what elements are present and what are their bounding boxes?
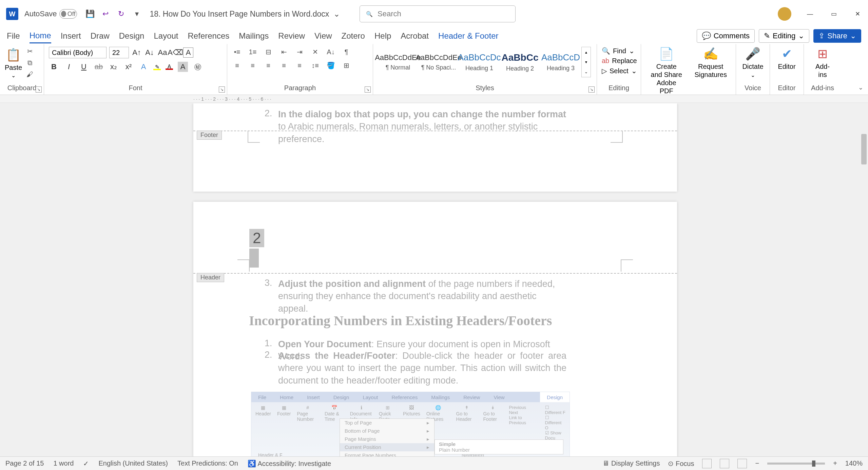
horizontal-ruler[interactable]: · · · 1 · · · 2 · · · 3 · · · 4 · · · 5 … <box>0 95 868 103</box>
subscript-button[interactable]: x₂ <box>109 62 119 72</box>
align-center-button[interactable]: ≡ <box>248 60 258 71</box>
tab-acrobat[interactable]: Acrobat <box>401 29 429 43</box>
status-page[interactable]: Page 2 of 15 <box>5 459 44 467</box>
find-button[interactable]: 🔍Find⌄ <box>602 47 636 55</box>
shrink-font-icon[interactable]: A↓ <box>144 47 155 58</box>
multilevel-list-button[interactable]: ⊟ <box>263 47 273 57</box>
justify-button[interactable]: ≡ <box>279 60 289 71</box>
strikethrough-button[interactable]: ab <box>94 62 104 72</box>
numbering-button[interactable]: 1≡ <box>248 47 258 57</box>
page-number-field[interactable]: 2 <box>249 229 264 247</box>
style-heading3[interactable]: AaBbCcD Heading 3 <box>541 47 581 77</box>
style-heading2[interactable]: AaBbCc Heading 2 <box>500 47 540 77</box>
paste-button[interactable]: 📋 Paste ⌄ <box>5 47 22 79</box>
phonetic-icon[interactable]: A <box>183 47 193 58</box>
autosave-control[interactable]: AutoSave Off <box>24 9 77 19</box>
copy-icon[interactable]: ⧉ <box>25 58 34 67</box>
heading-text[interactable]: Incorporating Numbers in Existing Header… <box>249 312 552 330</box>
share-button[interactable]: ⇪ Share ⌄ <box>813 29 861 43</box>
clipboard-dialog-launcher[interactable]: ↘ <box>36 86 42 93</box>
decrease-indent-button[interactable]: ⇤ <box>279 47 289 57</box>
zoom-out-button[interactable]: − <box>755 459 759 467</box>
scrollbar-thumb[interactable] <box>861 134 867 164</box>
font-color-button[interactable]: A <box>166 64 173 70</box>
display-settings-button[interactable]: 🖥 Display Settings <box>602 459 660 467</box>
body-text[interactable]: Adjust the position and alignment of the… <box>278 278 566 315</box>
footer-tab[interactable]: Footer <box>197 131 222 140</box>
cut-icon[interactable]: ✂ <box>25 47 34 56</box>
font-size-select[interactable] <box>109 47 129 58</box>
borders-button[interactable]: ⊞ <box>341 60 351 71</box>
styles-dialog-launcher[interactable]: ↘ <box>589 86 595 93</box>
print-layout-icon[interactable] <box>720 459 729 468</box>
styles-gallery[interactable]: AaBbCcDdEe ¶ Normal AaBbCcDdEe ¶ No Spac… <box>378 47 592 77</box>
status-accessibility[interactable]: ♿ Accessibility: Investigate <box>248 459 331 468</box>
search-box[interactable]: 🔍 <box>360 5 516 22</box>
maximize-icon[interactable]: ▭ <box>829 9 839 19</box>
shading-button[interactable]: 🪣 <box>326 60 336 71</box>
tab-help[interactable]: Help <box>374 29 391 43</box>
search-input[interactable] <box>378 9 509 18</box>
dictate-button[interactable]: 🎤 Dictate ⌄ <box>741 47 765 78</box>
highlight-button[interactable]: ✎ <box>153 64 161 70</box>
document-title[interactable]: 18. How Do You Insert Page Numbers in Wo… <box>150 9 340 19</box>
comments-button[interactable]: 💬 Comments <box>697 29 755 43</box>
paragraph-dialog-launcher[interactable]: ↘ <box>365 86 371 93</box>
format-painter-icon[interactable]: 🖌 <box>25 70 34 79</box>
tab-mailings[interactable]: Mailings <box>239 29 269 43</box>
enclose-characters-button[interactable]: ㊙ <box>193 62 203 72</box>
request-signatures-button[interactable]: ✍ Request Signatures <box>690 47 731 79</box>
replace-button[interactable]: abReplace <box>602 57 636 65</box>
qat-customize-icon[interactable]: ▾ <box>132 9 141 19</box>
sort-button[interactable]: A↓ <box>326 47 336 57</box>
align-right-button[interactable]: ≡ <box>263 60 273 71</box>
focus-mode-button[interactable]: ⊙ Focus <box>668 459 694 468</box>
style-normal[interactable]: AaBbCcDdEe ¶ Normal <box>378 47 418 77</box>
collapse-ribbon-icon[interactable]: ⌄ <box>858 84 863 91</box>
tab-references[interactable]: References <box>188 29 230 43</box>
tab-home[interactable]: Home <box>30 29 51 43</box>
vertical-scrollbar[interactable] <box>859 103 868 456</box>
tab-header-footer[interactable]: Header & Footer <box>438 29 498 43</box>
show-marks-button[interactable]: ¶ <box>341 47 351 57</box>
header-tab[interactable]: Header <box>197 273 224 282</box>
tab-insert[interactable]: Insert <box>61 29 81 43</box>
line-spacing-button[interactable]: ↕≡ <box>310 60 320 71</box>
create-pdf-button[interactable]: 📄 Create and Share Adobe PDF <box>646 47 687 95</box>
zoom-slider[interactable] <box>767 463 825 465</box>
styles-gallery-more[interactable]: ▴▾⌄ <box>581 47 591 77</box>
save-icon[interactable]: 💾 <box>85 9 95 19</box>
status-word-count[interactable]: 1 word <box>53 459 74 467</box>
tab-file[interactable]: File <box>7 29 20 43</box>
font-dialog-launcher[interactable]: ↘ <box>219 86 225 93</box>
grow-font-icon[interactable]: A↑ <box>132 47 142 58</box>
redo-icon[interactable]: ↻ <box>116 9 126 19</box>
zoom-in-button[interactable]: + <box>833 459 837 467</box>
change-case-icon[interactable]: Aa <box>157 47 168 58</box>
character-shading-button[interactable]: A <box>178 62 188 72</box>
select-button[interactable]: ▷Select⌄ <box>602 67 636 75</box>
read-mode-icon[interactable] <box>702 459 712 468</box>
distributed-button[interactable]: ≡ <box>294 60 305 71</box>
body-text[interactable]: In the dialog box that pops up, you can … <box>278 108 566 145</box>
underline-button[interactable]: U <box>79 62 89 72</box>
clear-formatting-icon[interactable]: A⌫ <box>170 47 180 58</box>
italic-button[interactable]: I <box>64 62 74 72</box>
tab-design[interactable]: Design <box>119 29 144 43</box>
web-layout-icon[interactable] <box>737 459 747 468</box>
style-heading1[interactable]: AaBbCcDc Heading 1 <box>459 47 499 77</box>
minimize-icon[interactable]: — <box>805 9 815 19</box>
editing-mode-button[interactable]: ✎ Editing ⌄ <box>759 29 809 43</box>
tab-zotero[interactable]: Zotero <box>342 29 365 43</box>
bold-button[interactable]: B <box>49 62 59 72</box>
increase-indent-button[interactable]: ⇥ <box>294 47 305 57</box>
asian-layout-button[interactable]: ✕ <box>310 47 320 57</box>
zoom-level[interactable]: 140% <box>845 459 863 467</box>
tab-review[interactable]: Review <box>278 29 305 43</box>
status-predictions[interactable]: Text Predictions: On <box>177 459 238 467</box>
close-icon[interactable]: ✕ <box>852 9 863 19</box>
font-name-select[interactable] <box>49 47 107 58</box>
bullets-button[interactable]: •≡ <box>232 47 242 57</box>
body-text[interactable]: Access the Header/Footer: Double-click t… <box>278 350 566 387</box>
align-left-button[interactable]: ≡ <box>232 60 242 71</box>
